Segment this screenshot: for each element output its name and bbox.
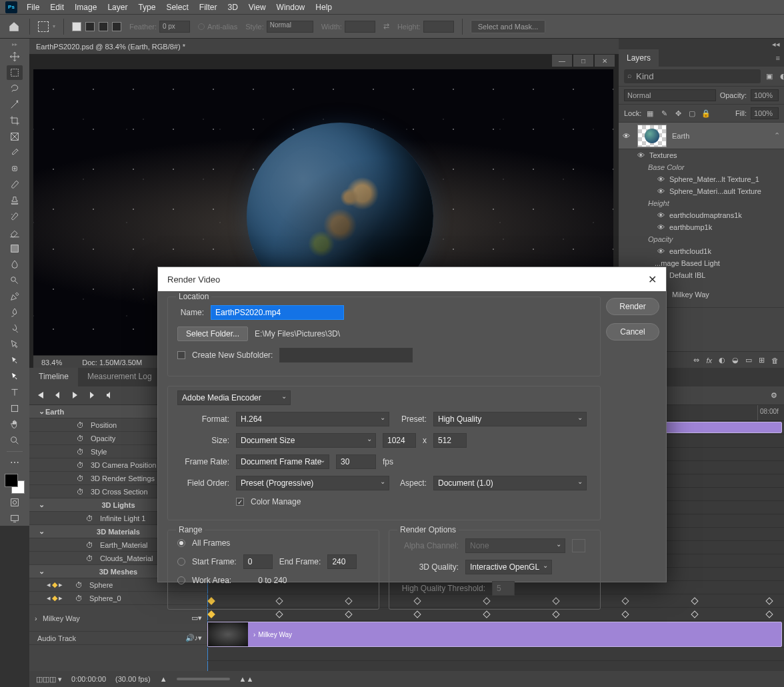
sublayer-height[interactable]: Height: [619, 197, 784, 209]
layer-name[interactable]: Milkey Way: [672, 291, 709, 299]
adjustment-icon[interactable]: ◒: [732, 356, 739, 364]
zoom-slider[interactable]: [177, 678, 230, 680]
create-subfolder-checkbox[interactable]: [177, 351, 185, 359]
timeline-menu-icon[interactable]: ◫◫◫ ▾: [36, 675, 62, 684]
gradient-tool[interactable]: [7, 241, 23, 256]
type-horizontal-tool[interactable]: [7, 305, 23, 320]
color-manage-checkbox[interactable]: [236, 498, 244, 506]
lasso-tool[interactable]: [7, 81, 23, 96]
expand-icon[interactable]: ⌃: [774, 131, 780, 140]
document-tab[interactable]: EarthPS2020.psd @ 83.4% (Earth, RGB/8#) …: [29, 39, 619, 55]
clip-milkyway[interactable]: › Milkey Way: [207, 622, 782, 647]
feather-input[interactable]: [159, 21, 190, 33]
measurement-tab[interactable]: Measurement Log: [78, 368, 161, 386]
pen-tool[interactable]: [7, 289, 23, 304]
sublayer-o1[interactable]: 👁earthcloud1k: [619, 245, 784, 257]
antialias-checkbox[interactable]: [198, 23, 205, 30]
menu-help[interactable]: Help: [310, 0, 337, 15]
encoder-select[interactable]: Adobe Media Encoder: [177, 390, 291, 405]
swap-dimensions-icon[interactable]: ⇄: [383, 22, 389, 31]
brush-tool[interactable]: [7, 177, 23, 192]
size-w-input[interactable]: [383, 433, 416, 448]
menu-layer[interactable]: Layer: [102, 0, 133, 15]
toolbox-handle[interactable]: ▸▸: [12, 41, 17, 48]
shape-tool[interactable]: [7, 401, 23, 416]
width-input[interactable]: [345, 21, 375, 33]
layer-earth[interactable]: 👁 Earth ⌃: [619, 123, 784, 149]
doc-close-icon[interactable]: ✕: [595, 55, 615, 67]
doc-maximize-icon[interactable]: □: [573, 55, 593, 67]
panel-collapse[interactable]: ◂◂: [619, 39, 784, 49]
sublayer-h2[interactable]: 👁earthbump1k: [619, 221, 784, 233]
format-select[interactable]: H.264: [236, 412, 389, 426]
start-frame-input[interactable]: [243, 554, 273, 569]
tl-audio[interactable]: Audio Track🔊♪▾: [29, 632, 207, 645]
stamp-tool[interactable]: [7, 193, 23, 208]
mute-icon[interactable]: [105, 391, 113, 400]
direct-select-tool[interactable]: [7, 337, 23, 352]
go-start-icon[interactable]: [36, 391, 44, 400]
sublayer-tex1[interactable]: 👁Sphere_Mater...lt Texture_1: [619, 173, 784, 185]
marquee-mode-icons[interactable]: ▾: [38, 21, 55, 32]
screenmode-tool[interactable]: [7, 511, 23, 526]
sublayer-textures[interactable]: 👁Textures: [619, 149, 784, 161]
quickmask-tool[interactable]: [7, 495, 23, 510]
next-frame-icon[interactable]: [88, 391, 96, 400]
filter-icons[interactable]: ▣◐T◫◻◯: [765, 72, 784, 81]
eraser-tool[interactable]: [7, 225, 23, 240]
settings-icon[interactable]: ⚙: [771, 391, 777, 400]
select-folder-button[interactable]: Select Folder...: [177, 327, 248, 341]
fx-icon[interactable]: fx: [706, 356, 712, 364]
dodge-tool[interactable]: [7, 273, 23, 288]
menu-3d[interactable]: 3D: [222, 0, 243, 15]
cancel-button[interactable]: Cancel: [606, 323, 659, 341]
layer-kind-filter[interactable]: [624, 69, 761, 83]
menu-type[interactable]: Type: [133, 0, 161, 15]
size-h-input[interactable]: [433, 433, 467, 448]
layer-name[interactable]: Earth: [672, 132, 689, 140]
timecode[interactable]: 0:00:00:00: [71, 675, 106, 683]
layer-thumbnail[interactable]: [637, 125, 667, 147]
menu-edit[interactable]: Edit: [45, 0, 69, 15]
subfolder-input[interactable]: [279, 348, 413, 362]
sublayer-h1[interactable]: 👁earthcloudmaptrans1k: [619, 209, 784, 221]
move-tool[interactable]: [7, 49, 23, 64]
history-brush-tool[interactable]: [7, 209, 23, 224]
blur-tool[interactable]: [7, 257, 23, 272]
height-input[interactable]: [423, 21, 454, 33]
style-select[interactable]: Normal: [267, 21, 313, 33]
sublayer-basecolor[interactable]: Base Color: [619, 161, 784, 173]
lock-icons[interactable]: ▦✎✥▢🔒: [645, 109, 711, 118]
field-select[interactable]: Preset (Progressive): [236, 476, 389, 490]
selection-combine-icons[interactable]: [72, 22, 121, 31]
eyedropper-tool[interactable]: [7, 145, 23, 160]
work-area-radio[interactable]: [177, 576, 185, 584]
marquee-tool[interactable]: [7, 65, 23, 80]
path-select-tool[interactable]: [7, 321, 23, 336]
group-icon[interactable]: ▭: [745, 356, 752, 364]
zoom-level[interactable]: 83.4%: [41, 358, 62, 366]
fps-input[interactable]: [336, 454, 376, 469]
arrow-tool[interactable]: [7, 353, 23, 368]
mask-icon[interactable]: ◐: [719, 356, 725, 364]
wand-tool[interactable]: [7, 97, 23, 112]
start-frame-radio[interactable]: [177, 558, 185, 566]
opacity-input[interactable]: [751, 89, 779, 101]
sublayer-opacity[interactable]: Opacity: [619, 233, 784, 245]
zoom-in-icon[interactable]: ▲▲: [239, 675, 254, 683]
quality-select[interactable]: Interactive OpenGL: [465, 560, 552, 574]
timeline-tab[interactable]: Timeline: [29, 368, 78, 386]
menu-file[interactable]: File: [21, 0, 45, 15]
panel-menu-icon[interactable]: ≡: [659, 49, 784, 67]
end-frame-input[interactable]: [327, 554, 357, 569]
play-icon[interactable]: [71, 391, 79, 400]
render-button[interactable]: Render: [606, 298, 659, 315]
color-swatches[interactable]: [5, 474, 25, 494]
layers-tab[interactable]: Layers: [619, 49, 659, 67]
preset-select[interactable]: High Quality: [433, 412, 587, 426]
blend-mode-select[interactable]: Normal: [624, 89, 716, 101]
menu-filter[interactable]: Filter: [194, 0, 223, 15]
frame-tool[interactable]: [7, 129, 23, 144]
heal-tool[interactable]: [7, 161, 23, 176]
menu-window[interactable]: Window: [271, 0, 311, 15]
